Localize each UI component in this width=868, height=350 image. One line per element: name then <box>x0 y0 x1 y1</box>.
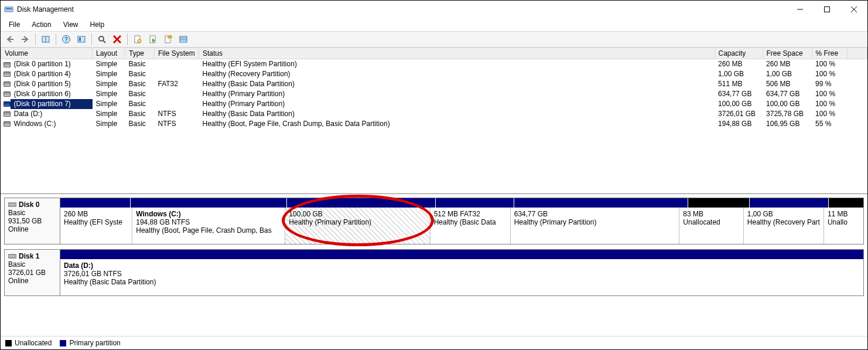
table-row[interactable]: (Disk 0 partition 7)SimpleBasicHealthy (… <box>1 99 867 109</box>
disk-state: Online <box>8 225 56 233</box>
table-header-row: Volume Layout Type File System Status Ca… <box>1 48 867 59</box>
menubar: File Action View Help <box>1 18 867 31</box>
menu-view[interactable]: View <box>57 19 84 30</box>
refresh-button[interactable] <box>95 32 109 46</box>
minimize-button[interactable] <box>787 1 814 18</box>
col-volume[interactable]: Volume <box>1 48 93 59</box>
list-button[interactable] <box>176 32 190 46</box>
svg-rect-3 <box>825 7 830 12</box>
col-status[interactable]: Status <box>199 48 715 59</box>
partition-block[interactable]: 260 MBHealthy (EFI Syste <box>60 208 132 244</box>
cell-pct: 99 % <box>812 79 847 89</box>
menu-help[interactable]: Help <box>84 19 111 30</box>
partition-block[interactable]: 634,77 GBHealthy (Primary Partition) <box>511 208 680 244</box>
volume-table[interactable]: Volume Layout Type File System Status Ca… <box>1 47 867 129</box>
disk-size: 931,50 GB <box>8 217 56 225</box>
back-button[interactable] <box>3 32 17 46</box>
col-filesystem[interactable]: File System <box>155 48 199 59</box>
maximize-button[interactable] <box>814 1 840 18</box>
cell-fs <box>155 59 199 69</box>
cell-status: Healthy (Recovery Partition) <box>199 69 715 79</box>
cell-free: 106,95 GB <box>763 119 812 129</box>
partition-status: Healthy (Recovery Part <box>747 218 820 226</box>
cell-volume: (Disk 0 partition 7) <box>11 99 93 109</box>
disk-label[interactable]: Disk 1Basic3726,01 GBOnline <box>4 249 60 296</box>
forward-button[interactable] <box>18 32 32 46</box>
col-layout[interactable]: Layout <box>93 48 125 59</box>
toolbar: ? <box>1 31 867 47</box>
table-row[interactable]: (Disk 0 partition 1)SimpleBasicHealthy (… <box>1 59 867 69</box>
col-pctfree[interactable]: % Free <box>812 48 847 59</box>
table-row[interactable]: Windows (C:)SimpleBasicNTFSHealthy (Boot… <box>1 119 867 129</box>
cell-type: Basic <box>125 109 155 119</box>
cell-capacity: 194,88 GB <box>715 119 763 129</box>
cell-fs <box>155 99 199 109</box>
cell-status: Healthy (Boot, Page File, Crash Dump, Ba… <box>199 119 715 129</box>
menu-action[interactable]: Action <box>26 19 57 30</box>
disk-icon <box>8 202 16 208</box>
partition-status: Healthy (Primary Partition) <box>514 218 676 226</box>
partition-size: 11 MB <box>828 210 860 218</box>
partition-block[interactable]: 512 MB FAT32Healthy (Basic Data <box>430 208 511 244</box>
partition-block[interactable]: 1,00 GBHealthy (Recovery Part <box>744 208 824 244</box>
partition-title: Windows (C:) <box>136 210 281 218</box>
partition-block[interactable]: 83 MBUnallocated <box>679 208 743 244</box>
table-row[interactable]: (Disk 0 partition 6)SimpleBasicHealthy (… <box>1 89 867 99</box>
disk-label[interactable]: Disk 0Basic931,50 GBOnline <box>4 198 60 244</box>
properties-button[interactable] <box>131 32 145 46</box>
partition-block[interactable]: Windows (C:)194,88 GB NTFSHealthy (Boot,… <box>132 208 285 244</box>
table-row[interactable]: (Disk 0 partition 5)SimpleBasicFAT32Heal… <box>1 79 867 89</box>
cell-fs <box>155 69 199 79</box>
delete-button[interactable] <box>110 32 124 46</box>
cell-pct: 100 % <box>812 89 847 99</box>
settings-button[interactable] <box>74 32 88 46</box>
show-hide-console-button[interactable] <box>39 32 53 46</box>
cell-fs <box>155 89 199 99</box>
disk-row: Disk 0Basic931,50 GBOnline260 MBHealthy … <box>4 198 864 244</box>
titlebar: Disk Management <box>1 1 867 18</box>
partition-block[interactable]: Data (D:)3726,01 GB NTFSHealthy (Basic D… <box>60 259 863 295</box>
partition-block[interactable]: 100,00 GBHealthy (Primary Partition) <box>285 208 430 244</box>
disk-icon <box>8 253 16 259</box>
volume-list-pane: Volume Layout Type File System Status Ca… <box>1 47 867 194</box>
toolbar-sep <box>56 33 56 45</box>
app-icon <box>4 5 13 14</box>
partition-block[interactable]: 11 MBUnallo <box>824 208 863 244</box>
col-stretch <box>847 48 867 59</box>
disk-parts: 260 MBHealthy (EFI SysteWindows (C:)194,… <box>60 198 864 244</box>
window-title: Disk Management <box>17 5 74 13</box>
cell-layout: Simple <box>93 99 125 109</box>
partition-size: 634,77 GB <box>514 210 676 218</box>
cell-volume: Windows (C:) <box>11 119 93 129</box>
cell-fs: NTFS <box>155 109 199 119</box>
legend-primary: Primary partition <box>60 339 120 347</box>
menu-file[interactable]: File <box>3 19 26 30</box>
disk-type: Basic <box>8 209 56 217</box>
col-capacity[interactable]: Capacity <box>715 48 763 59</box>
cell-capacity: 3726,01 GB <box>715 109 763 119</box>
help-button[interactable]: ? <box>59 32 73 46</box>
close-button[interactable] <box>840 1 867 18</box>
disk-parts: Data (D:)3726,01 GB NTFSHealthy (Basic D… <box>60 249 864 296</box>
col-freespace[interactable]: Free Space <box>763 48 812 59</box>
disk-name: Disk 1 <box>8 252 56 260</box>
partition-size: 1,00 GB <box>747 210 820 218</box>
partition-size: 83 MB <box>683 210 739 218</box>
cell-capacity: 511 MB <box>715 79 763 89</box>
cell-volume: (Disk 0 partition 6) <box>11 89 93 99</box>
cell-type: Basic <box>125 119 155 129</box>
svg-rect-25 <box>8 203 16 206</box>
cell-free: 3725,78 GB <box>763 109 812 119</box>
table-row[interactable]: (Disk 0 partition 4)SimpleBasicHealthy (… <box>1 69 867 79</box>
new-button[interactable] <box>161 32 175 46</box>
cell-type: Basic <box>125 79 155 89</box>
col-type[interactable]: Type <box>125 48 155 59</box>
cell-layout: Simple <box>93 119 125 129</box>
partition-title: Data (D:) <box>64 261 860 270</box>
cell-volume: (Disk 0 partition 1) <box>11 59 93 69</box>
partition-status: Healthy (EFI Syste <box>64 218 128 226</box>
cell-free: 100,00 GB <box>763 99 812 109</box>
action-button[interactable] <box>146 32 160 46</box>
table-row[interactable]: Data (D:)SimpleBasicNTFSHealthy (Basic D… <box>1 109 867 119</box>
volume-icon <box>1 119 11 129</box>
